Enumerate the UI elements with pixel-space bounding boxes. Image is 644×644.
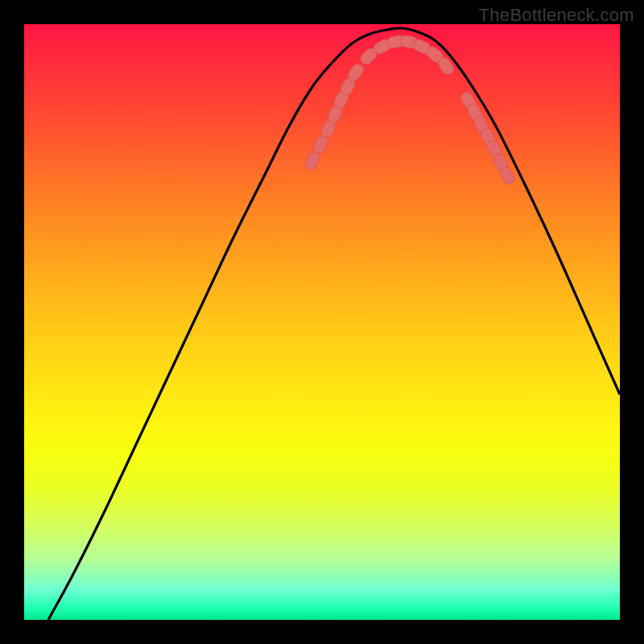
chart-svg (24, 24, 620, 620)
highlight-markers (303, 35, 516, 186)
chart-container: TheBottleneck.com (0, 0, 644, 644)
plot-area (24, 24, 620, 620)
watermark-text: TheBottleneck.com (479, 5, 634, 26)
